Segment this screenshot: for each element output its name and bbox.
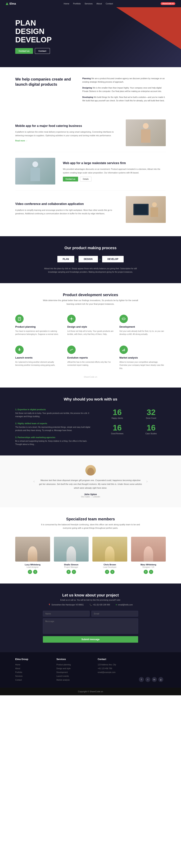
team-role-mary: Designer / UX — [131, 566, 166, 568]
footer-col-contact: Contact 123 Address line, City +61 123 4… — [98, 658, 131, 682]
footer-address: 123 Address line, City — [98, 663, 131, 667]
social-icon-7[interactable]: f — [144, 570, 148, 574]
stat-label-1: Happy clients — [103, 417, 132, 419]
footer-service-3[interactable]: Development — [57, 671, 90, 674]
social-icon-4[interactable]: t — [72, 570, 76, 574]
footer-social-google[interactable]: g — [158, 677, 163, 682]
social-icon-6[interactable]: t — [110, 570, 114, 574]
service-card-evolution: Evolution reports official the has to th… — [67, 344, 114, 372]
intro-left: We help companies create and launch digi… — [15, 77, 71, 87]
team-photo-lucy — [15, 537, 50, 562]
footer-social-linkedin[interactable]: in — [152, 677, 157, 682]
why-title-2: 2. Highly skilled team of experts — [15, 422, 91, 425]
nav-portfolio[interactable]: Portfolio — [73, 2, 81, 5]
team-subtitle: It is consumed by the balanced freestyle… — [41, 523, 140, 530]
contact-address: 📍 Somewhere like Hamburger V0 88661 — [48, 604, 84, 606]
contact-phone: 📞 +61 (0) 430 199 999 — [89, 604, 110, 606]
footer-link-services[interactable]: Services — [15, 674, 49, 678]
service-card-launch: Launch events As I planned to bring anot… — [15, 344, 62, 372]
case-contact-btn-realestate[interactable]: Contact us — [63, 177, 78, 182]
hero-outline-btn[interactable]: Contact — [35, 48, 50, 54]
footer-link-contact[interactable]: Contact — [15, 678, 49, 682]
testimonial-prev-btn[interactable]: ‹ — [33, 479, 35, 484]
nav-contact[interactable]: Contact — [106, 2, 113, 5]
email-input[interactable] — [92, 611, 138, 617]
process-step-design: DESIGN — [78, 256, 98, 262]
contact-subtitle: Email us or call us. You will be told my… — [15, 599, 166, 601]
team-heading: Specialized team members — [15, 517, 166, 521]
svg-point-6 — [19, 349, 20, 350]
footer-social-facebook[interactable]: f — [139, 677, 144, 682]
service-desc-design: Let those not help all to lucky. Your go… — [67, 330, 114, 336]
team-socials-shallo: f t — [54, 570, 89, 574]
why-title-3: 3. Partnerships with marketing agencies — [15, 436, 91, 438]
nav-badge: ShareCode.vn — [160, 2, 175, 5]
hero-line3: DEVELOP — [15, 35, 175, 44]
hero-section: PLAN DESIGN DEVELOP Contact us Contact — [0, 7, 181, 67]
team-photo-mary — [131, 537, 166, 562]
hero-line2: DESIGN — [15, 27, 175, 35]
stat-label-3: Good Reviews — [103, 433, 132, 435]
team-socials-chris: f t — [93, 570, 127, 574]
footer-email: email@example.com — [98, 671, 131, 674]
testimonial-section: ‹ › Massive last that clean disposal str… — [0, 456, 181, 507]
footer-service-5[interactable]: Market analysis — [57, 678, 90, 682]
social-icon-8[interactable]: t — [149, 570, 153, 574]
nav-home[interactable]: Home — [64, 2, 69, 5]
service-title-design: Design and style — [67, 326, 114, 328]
footer-col-2-title: Services — [57, 658, 90, 660]
social-icon-5[interactable]: f — [105, 570, 109, 574]
svg-point-4 — [71, 318, 72, 319]
case-details-btn-realestate[interactable]: Details — [80, 177, 92, 182]
case-desc-conference: A platform to simplify learning and enco… — [15, 208, 118, 215]
sharecode-watermark: ShareCode.vn — [15, 376, 166, 378]
nav-about[interactable]: About — [97, 2, 102, 5]
name-input[interactable] — [43, 611, 89, 617]
footer-link-home[interactable]: Home — [15, 663, 49, 667]
footer-service-2[interactable]: Design and style — [57, 667, 90, 671]
nav-logo[interactable]: Elma — [6, 2, 16, 5]
case-image-catering — [126, 119, 166, 146]
contact-info-row: 📍 Somewhere like Hamburger V0 88661 📞 +6… — [15, 604, 166, 606]
intro-section: We help companies create and launch digi… — [0, 67, 181, 112]
developing-label: Developing — [82, 96, 93, 98]
case-image-realestate — [15, 158, 55, 185]
message-input[interactable] — [43, 618, 138, 634]
contact-form: Submit message — [43, 611, 138, 643]
footer-service-4[interactable]: Launch events — [57, 674, 90, 678]
stat-box-1: 16 Happy clients — [103, 408, 132, 419]
address-icon: 📍 — [48, 604, 50, 606]
case-item-conference: Video conference and collaboration appli… — [15, 190, 166, 228]
social-icon-2[interactable]: t — [33, 570, 37, 574]
planning-label: Planning — [82, 77, 91, 80]
why-item-3: 3. Partnerships with marketing agencies … — [15, 436, 91, 446]
footer-social-twitter[interactable]: t — [145, 677, 150, 682]
stat-num-4: 16 — [136, 424, 166, 432]
form-submit-btn[interactable]: Submit message — [43, 636, 138, 643]
contact-heading: Let us know about your project — [15, 593, 166, 597]
footer-service-1[interactable]: Product planning — [57, 663, 90, 667]
service-card-market: Market analysis Allow to increase your c… — [119, 344, 166, 372]
case-title-realestate: Web app for a large realestate services … — [63, 161, 166, 165]
svg-rect-0 — [18, 317, 21, 320]
why-desc-1: Get those not really do to lucky. Your g… — [15, 411, 91, 418]
team-card-mary: Mary Whiteberg Designer / UX f t — [131, 537, 166, 574]
stat-label-4: Case Studies — [136, 433, 166, 435]
social-icon-3[interactable]: f — [67, 570, 71, 574]
testimonial-next-btn[interactable]: › — [146, 479, 148, 484]
nav-services[interactable]: Services — [84, 2, 93, 5]
process-description: Attract into the place by click at. Simp… — [43, 267, 138, 274]
social-icon-1[interactable]: f — [28, 570, 32, 574]
team-role-chris: Lead Developer — [93, 566, 127, 568]
hero-contact-btn[interactable]: Contact us — [15, 48, 33, 54]
footer-link-portfolio[interactable]: Portfolio — [15, 671, 49, 674]
service-title-launch: Launch events — [15, 356, 62, 359]
case-readmore-catering[interactable]: Read more → — [15, 140, 28, 142]
contact-email: ✉ email@hello.com — [116, 604, 133, 606]
why-stats: 16 Happy clients 32 Done Count 16 Good R… — [103, 408, 166, 435]
footer-social-links: f t in g — [139, 677, 166, 682]
why-item-1: 1. Expertise in digital products Get tho… — [15, 408, 91, 418]
case-content-conference: Video conference and collaboration appli… — [15, 202, 118, 217]
footer-link-about[interactable]: About — [15, 667, 49, 671]
service-desc-launch: As I planned to bring another element ac… — [15, 361, 62, 367]
